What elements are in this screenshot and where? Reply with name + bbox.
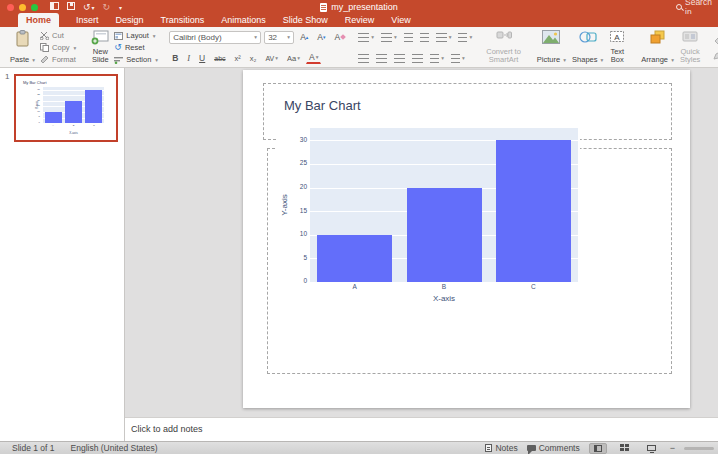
search-field[interactable]: Search in: [676, 0, 718, 14]
align-text-icon: [451, 54, 460, 63]
bullets-button[interactable]: ▾: [356, 33, 376, 42]
format-painter-button[interactable]: Format: [40, 54, 76, 65]
notes-toggle-button[interactable]: Notes: [485, 443, 517, 453]
tab-home[interactable]: Home: [18, 13, 59, 27]
clipboard-group: Paste ▾ Cut Copy ▾ Format: [4, 29, 81, 66]
notes-icon: [485, 444, 492, 452]
align-left-icon: [358, 54, 369, 63]
tab-view[interactable]: View: [391, 13, 410, 27]
copy-icon: [40, 43, 49, 52]
slide[interactable]: My Bar Chart 051015202530ABCX-axisY-axis: [243, 70, 690, 408]
slide-sorter-view-button[interactable]: [616, 443, 634, 454]
section-button[interactable]: Section ▾: [114, 54, 158, 65]
font-color-button[interactable]: A▾: [306, 52, 321, 64]
font-family-select[interactable]: Calibri (Body)▾: [169, 31, 261, 44]
shape-fill-button[interactable]: Shape Fill ▾: [713, 36, 718, 46]
chart-bar: [496, 140, 571, 282]
y-tick-label: 20: [277, 184, 307, 191]
font-size-select[interactable]: 32▾: [264, 31, 294, 44]
italic-button[interactable]: I: [184, 52, 193, 64]
shape-outline-button[interactable]: Shape Outline ▾: [713, 50, 718, 60]
reset-button[interactable]: ↺ Reset: [114, 42, 158, 53]
change-case-button[interactable]: Aa▾: [284, 53, 303, 64]
slide-thumbnail[interactable]: My Bar Chart 051015202530ABCX-axisY-axis: [14, 74, 118, 142]
columns-button[interactable]: ▾: [456, 33, 474, 42]
y-tick-label: 0: [34, 122, 40, 125]
zoom-out-button[interactable]: −: [670, 443, 675, 453]
tab-transitions[interactable]: Transitions: [161, 13, 205, 27]
underline-button[interactable]: U: [196, 52, 208, 64]
superscript-button[interactable]: x²: [232, 53, 244, 64]
increase-indent-icon: [420, 33, 429, 42]
new-slide-button[interactable]: NewSlide: [88, 29, 112, 66]
slideshow-view-button[interactable]: [643, 443, 661, 454]
bold-button[interactable]: B: [169, 52, 181, 64]
layout-button[interactable]: Layout ▾: [114, 30, 158, 41]
picture-button[interactable]: Picture ▾: [534, 29, 569, 66]
cut-button[interactable]: Cut: [40, 30, 76, 41]
line-spacing-button[interactable]: ▾: [434, 33, 454, 42]
convert-to-smartart-button[interactable]: Convert toSmartArt: [483, 29, 524, 66]
smartart-group: Convert toSmartArt: [480, 29, 527, 66]
y-tick-label: 30: [277, 137, 307, 144]
y-tick-label: 30: [34, 89, 40, 92]
bullets-icon: [358, 33, 369, 42]
justify-icon: [412, 54, 423, 63]
shapes-button[interactable]: Shapes ▾: [569, 29, 606, 66]
comments-toggle-button[interactable]: Comments: [527, 443, 580, 453]
section-icon: [114, 56, 123, 64]
notes-pane[interactable]: Click to add notes: [125, 417, 718, 441]
customize-toolbar-icon[interactable]: ▾: [119, 4, 122, 11]
chart-bar: [407, 188, 482, 283]
text-box-button[interactable]: A TextBox: [606, 29, 628, 66]
grow-font-button[interactable]: A▴: [297, 31, 311, 43]
tab-review[interactable]: Review: [345, 13, 375, 27]
shapes-icon: [579, 30, 597, 44]
clear-formatting-button[interactable]: A: [332, 31, 349, 43]
shrink-font-button[interactable]: A▾: [314, 31, 328, 43]
copy-button[interactable]: Copy ▾: [40, 42, 76, 53]
align-right-button[interactable]: [392, 54, 407, 63]
toggle-sidebar-icon[interactable]: [50, 2, 59, 12]
align-text-button[interactable]: ▾: [449, 54, 467, 63]
align-center-button[interactable]: [374, 54, 389, 63]
save-icon[interactable]: [67, 2, 75, 12]
quick-styles-button[interactable]: QuickStyles: [677, 29, 703, 66]
align-left-button[interactable]: [356, 54, 371, 63]
slide-indicator: Slide 1 of 1: [12, 443, 55, 453]
shape-outline-icon: [713, 50, 718, 60]
decrease-indent-button[interactable]: [402, 33, 415, 42]
increase-indent-button[interactable]: [418, 33, 431, 42]
paste-button[interactable]: Paste ▾: [7, 29, 38, 66]
character-spacing-button[interactable]: AV▾: [262, 54, 281, 63]
redo-icon[interactable]: ↻: [103, 3, 111, 12]
bar-chart[interactable]: 051015202530ABCX-axisY-axis: [277, 126, 580, 310]
minimize-button[interactable]: [19, 4, 26, 11]
status-bar: Slide 1 of 1 English (United States) Not…: [0, 441, 718, 454]
tab-slide-show[interactable]: Slide Show: [283, 13, 328, 27]
chart-bar: [85, 90, 102, 123]
arrange-button[interactable]: Arrange ▾: [638, 29, 677, 66]
quick-styles-icon: [682, 30, 698, 43]
justify-button[interactable]: [410, 54, 425, 63]
undo-icon[interactable]: ↺▾: [83, 3, 95, 12]
y-tick-label: 25: [277, 160, 307, 167]
subscript-button[interactable]: x₂: [247, 53, 260, 64]
strikethrough-button[interactable]: abc: [211, 54, 228, 63]
tab-design[interactable]: Design: [116, 13, 144, 27]
align-center-icon: [376, 54, 387, 63]
ribbon-tabs: Home Insert Design Transitions Animation…: [0, 14, 718, 27]
text-box-icon: A: [609, 30, 625, 43]
tab-insert[interactable]: Insert: [76, 13, 99, 27]
language-indicator[interactable]: English (United States): [71, 443, 158, 453]
numbering-button[interactable]: ▾: [379, 33, 399, 42]
document-icon: [320, 3, 327, 12]
zoom-button[interactable]: [31, 4, 38, 11]
x-tick-label: C: [74, 125, 114, 128]
normal-view-button[interactable]: [589, 443, 607, 454]
close-button[interactable]: [7, 4, 14, 11]
chart-bar: [45, 112, 62, 123]
zoom-slider[interactable]: [684, 447, 714, 450]
text-direction-button[interactable]: ▾: [428, 54, 446, 63]
tab-animations[interactable]: Animations: [221, 13, 266, 27]
